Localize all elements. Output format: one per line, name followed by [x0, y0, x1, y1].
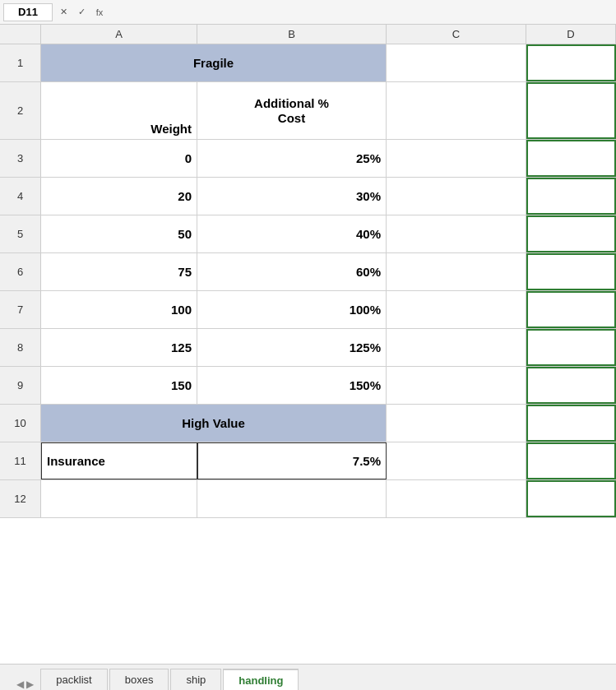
table-row: 8 125 125%: [0, 329, 616, 367]
fragile-label: Fragile: [193, 56, 234, 70]
row-num-6: 6: [0, 253, 41, 290]
cell-3a[interactable]: 0: [41, 140, 197, 177]
col-header-a[interactable]: A: [41, 25, 197, 44]
cell-7d[interactable]: [526, 291, 616, 328]
cell-fragile[interactable]: Fragile: [41, 44, 387, 81]
row-num-2: 2: [0, 82, 41, 139]
tab-bar: ◀ ▶ packlist boxes ship handling: [0, 664, 616, 690]
cell-8a[interactable]: 125: [41, 329, 197, 366]
grid-rows: 1 Fragile 2 Weight Additional %Cost 3 0 …: [0, 44, 616, 518]
cell-3d[interactable]: [526, 140, 616, 177]
row-num-4: 4: [0, 178, 41, 215]
cell-2b[interactable]: Additional %Cost: [197, 82, 387, 139]
cell-9b[interactable]: 150%: [197, 367, 387, 404]
fx-label: fx: [92, 5, 107, 20]
tab-handling[interactable]: handling: [223, 669, 299, 690]
table-row: 1 Fragile: [0, 44, 616, 82]
table-row: 9 150 150%: [0, 367, 616, 405]
formula-bar: D11 ✕ ✓ fx: [0, 0, 616, 25]
table-row: 7 100 100%: [0, 291, 616, 329]
cell-4d[interactable]: [526, 178, 616, 215]
cell-11b[interactable]: 7.5%: [197, 442, 387, 479]
cell-5a[interactable]: 50: [41, 215, 197, 252]
col-header-c[interactable]: C: [387, 25, 526, 44]
cell-11a[interactable]: Insurance: [41, 442, 197, 479]
cell-8c[interactable]: [387, 329, 526, 366]
row-num-8: 8: [0, 329, 41, 366]
table-row: 6 75 60%: [0, 253, 616, 291]
row-num-5: 5: [0, 215, 41, 252]
table-row: 10 High Value: [0, 405, 616, 442]
table-row: 2 Weight Additional %Cost: [0, 82, 616, 140]
cell-5c[interactable]: [387, 215, 526, 252]
cell-4a[interactable]: 20: [41, 178, 197, 215]
cell-5b[interactable]: 40%: [197, 215, 387, 252]
cell-12d[interactable]: [526, 480, 616, 517]
row-num-3: 3: [0, 140, 41, 177]
cell-3b[interactable]: 25%: [197, 140, 387, 177]
row-num-12: 12: [0, 480, 41, 517]
table-row: 5 50 40%: [0, 215, 616, 253]
cell-12c[interactable]: [387, 480, 526, 517]
cell-9c[interactable]: [387, 367, 526, 404]
cell-3c[interactable]: [387, 140, 526, 177]
cell-11c[interactable]: [387, 442, 526, 479]
additional-cost-label: Additional %Cost: [254, 96, 329, 126]
cell-7a[interactable]: 100: [41, 291, 197, 328]
row-num-9: 9: [0, 367, 41, 404]
cell-10d[interactable]: [526, 405, 616, 442]
cell-6a[interactable]: 75: [41, 253, 197, 290]
cell-1d[interactable]: [526, 44, 616, 81]
cell-12a[interactable]: [41, 480, 197, 517]
row-num-10: 10: [0, 405, 41, 442]
cell-7b[interactable]: 100%: [197, 291, 387, 328]
table-row: 4 20 30%: [0, 178, 616, 215]
cell-9a[interactable]: 150: [41, 367, 197, 404]
cell-11d-active[interactable]: [526, 442, 616, 479]
cell-2c[interactable]: [387, 82, 526, 139]
row-num-1: 1: [0, 44, 41, 81]
cell-6b[interactable]: 60%: [197, 253, 387, 290]
cell-9d[interactable]: [526, 367, 616, 404]
table-row: 3 0 25%: [0, 140, 616, 178]
cell-high-value[interactable]: High Value: [41, 405, 387, 442]
cell-6d[interactable]: [526, 253, 616, 290]
row-num-7: 7: [0, 291, 41, 328]
cell-reference-box[interactable]: D11: [3, 3, 53, 21]
high-value-label: High Value: [182, 416, 245, 430]
col-header-b[interactable]: B: [197, 25, 387, 44]
table-row: 12: [0, 480, 616, 518]
tab-packlist[interactable]: packlist: [40, 669, 107, 690]
table-row: 11 Insurance 7.5%: [0, 442, 616, 480]
cell-4c[interactable]: [387, 178, 526, 215]
weight-label: Weight: [151, 122, 192, 136]
cell-2d[interactable]: [526, 82, 616, 139]
cell-5d[interactable]: [526, 215, 616, 252]
column-headers: A B C D: [0, 25, 616, 44]
cell-12b[interactable]: [197, 480, 387, 517]
formula-cancel-button[interactable]: ✕: [56, 5, 71, 20]
formula-confirm-button[interactable]: ✓: [74, 5, 89, 20]
cell-2a[interactable]: Weight: [41, 82, 197, 139]
tab-boxes[interactable]: boxes: [109, 669, 169, 690]
cell-1c[interactable]: [387, 44, 526, 81]
cell-ref-value: D11: [18, 6, 38, 18]
spreadsheet: A B C D 1 Fragile 2 Weight Additional %C…: [0, 25, 616, 518]
tab-ship[interactable]: ship: [170, 669, 221, 690]
tab-nav[interactable]: ◀ ▶: [16, 678, 34, 690]
cell-8d[interactable]: [526, 329, 616, 366]
cell-7c[interactable]: [387, 291, 526, 328]
row-num-header-corner: [0, 25, 41, 44]
cell-8b[interactable]: 125%: [197, 329, 387, 366]
cell-4b[interactable]: 30%: [197, 178, 387, 215]
insurance-label: Insurance: [47, 454, 105, 468]
col-header-d[interactable]: D: [526, 25, 616, 44]
cell-6c[interactable]: [387, 253, 526, 290]
cell-10c[interactable]: [387, 405, 526, 442]
formula-input[interactable]: [110, 3, 613, 21]
row-num-11: 11: [0, 442, 41, 479]
